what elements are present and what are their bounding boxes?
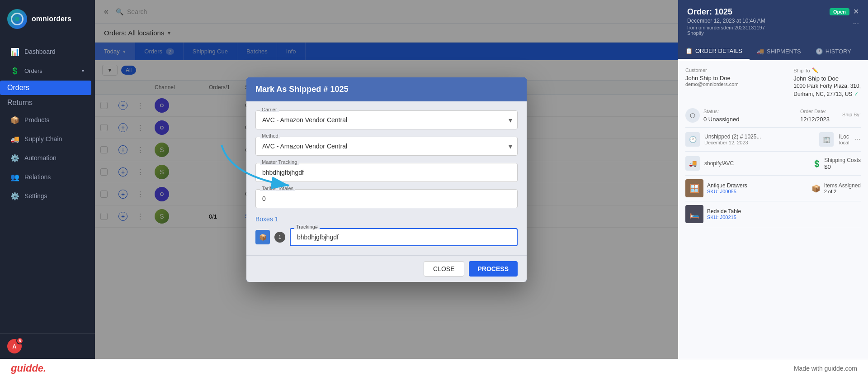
shipment-date: December 12, 2023 [704, 140, 761, 145]
sidebar-item-label: Automation [24, 154, 57, 162]
panel-order-id: Order: 1025 [687, 7, 765, 17]
shipto-name: John Ship to Doe [793, 75, 861, 82]
customer-section: Customer John Ship to Doe demo@omniorder… [685, 67, 739, 87]
product-thumbnail-2: 🛏️ [685, 205, 703, 223]
product-row-2: 🛏️ Bedside Table SKU: J00215 [685, 201, 861, 227]
sidebar-item-products[interactable]: 📦 Products [4, 111, 91, 129]
dashboard-icon: 📊 [11, 48, 19, 56]
order-details-icon: 📋 [685, 48, 693, 54]
panel-channel: Shopify [687, 30, 765, 36]
sidebar-item-relations[interactable]: 👥 Relations [4, 168, 91, 186]
panel-header: Order: 1025 December 12, 2023 at 10:46 A… [678, 0, 868, 43]
shipment-label: Unshipped (2) # 1025... [704, 134, 761, 140]
user-avatar-area[interactable]: A 8 [0, 333, 95, 359]
product-sku-1: SKU: J00055 [707, 189, 747, 194]
logo-icon [7, 9, 27, 29]
cost-row: 💲 Shipping Costs $0 [812, 157, 861, 170]
customer-name: John Ship to Doe [685, 75, 739, 81]
tab-shipments[interactable]: 🚚 SHIPMENTS [750, 43, 808, 60]
product-sku-2: SKU: J00215 [707, 215, 741, 220]
panel-close-button[interactable]: ✕ [853, 7, 859, 16]
logo-area: omniorders [0, 0, 95, 38]
shipments-icon: 🚚 [757, 48, 764, 55]
location-icon: 🏢 [819, 132, 834, 147]
sidebar-item-label: Supply Chain [24, 135, 62, 143]
verified-icon: ✓ [854, 91, 859, 97]
settings-icon: ⚙️ [11, 192, 19, 200]
truck-icon: 🚚 [685, 156, 700, 171]
carrier-left: 🚚 shopify/AVC [685, 156, 734, 171]
sidebar-item-dashboard[interactable]: 📊 Dashboard [4, 43, 91, 61]
status-icon: ⬡ [685, 108, 700, 123]
box-number: 1 [274, 232, 285, 243]
shipping-costs-value: $0 [824, 163, 861, 170]
shipping-costs-label: Shipping Costs [824, 157, 861, 163]
process-button[interactable]: PROCESS [469, 261, 518, 277]
history-icon: 🕐 [816, 48, 823, 55]
avatar: A 8 [7, 339, 22, 353]
notification-badge: 8 [16, 337, 24, 344]
master-tracking-label: Master Tracking [260, 159, 299, 165]
shipment-right: 🏢 iLoc local ··· [819, 132, 861, 147]
shipment-row: 🕐 Unshipped (2) # 1025... December 12, 2… [685, 128, 861, 152]
mark-as-shipped-modal: Mark As Shipped # 1025 Carrier AVC - Ama… [246, 77, 527, 282]
tab-history[interactable]: 🕐 HISTORY [808, 43, 859, 60]
product-name-1: Antique Drawers [707, 182, 747, 189]
carrier-select[interactable]: AVC - Amazon Vendor Central [255, 110, 518, 129]
sidebar-item-returns[interactable]: Returns [0, 95, 91, 110]
logo-inner [11, 13, 24, 25]
tracking-label: Tracking# [294, 224, 320, 229]
shipto-label: Ship To ✏️ [793, 67, 861, 73]
sidebar-nav: 📊 Dashboard 💲 Orders ▾ Orders Returns 📦 … [0, 38, 95, 333]
carrier-field: Carrier AVC - Amazon Vendor Central ▾ [255, 110, 518, 129]
dollar-icon: 💲 [812, 159, 821, 168]
product-thumbnail-1: 🪟 [685, 179, 703, 197]
supply-chain-icon: 🚚 [11, 135, 19, 143]
master-tracking-input[interactable] [255, 163, 518, 182]
location-sub: local [839, 140, 849, 145]
tracking-number-input[interactable] [290, 228, 518, 246]
modal-body: Carrier AVC - Amazon Vendor Central ▾ Me… [246, 101, 527, 255]
products-icon: 📦 [11, 116, 19, 124]
tarifas-label: Tarifas Totales [260, 186, 295, 191]
shipment-more[interactable]: ··· [855, 135, 861, 143]
customer-label: Customer [685, 67, 739, 73]
location-info: 🏢 [819, 132, 834, 147]
panel-source: from omniordersdem 20231131197 [687, 25, 765, 30]
panel-more-button[interactable]: ··· [853, 19, 859, 28]
sidebar-item-label: Products [24, 116, 49, 124]
modal-header: Mark As Shipped # 1025 [246, 77, 527, 101]
sidebar-item-automation[interactable]: ⚙️ Automation [4, 149, 91, 167]
tarifas-input[interactable] [255, 189, 518, 208]
sidebar-item-supply-chain[interactable]: 🚚 Supply Chain [4, 130, 91, 148]
automation-icon: ⚙️ [11, 154, 19, 162]
status-row: ⬡ Status: 0 Unassigned Order Date: 12/12… [685, 104, 861, 128]
method-field: Method AVC - Amazon Vendor Central ▾ [255, 137, 518, 156]
relations-icon: 👥 [11, 173, 19, 181]
master-tracking-field: Master Tracking [255, 163, 518, 182]
order-date-info: Order Date: 12/12/2023 [800, 109, 830, 123]
shipping-cost-info: 💲 Shipping Costs $0 [812, 157, 861, 170]
panel-top-actions: Open ✕ [830, 7, 859, 16]
status-value: 0 Unassigned [703, 116, 740, 123]
product-assigned-1: 📦 Items Assigned 2 of 2 [811, 182, 861, 194]
sidebar-item-settings[interactable]: ⚙️ Settings [4, 187, 91, 205]
shipto-section: Ship To ✏️ John Ship to Doe 1000 Park Fo… [793, 67, 861, 98]
method-select[interactable]: AVC - Amazon Vendor Central [255, 137, 518, 156]
cost-info: Shipping Costs $0 [824, 157, 861, 170]
edit-icon[interactable]: ✏️ [812, 67, 818, 73]
modal-footer: CLOSE PROCESS [246, 255, 527, 282]
tab-order-details[interactable]: 📋 ORDER DETAILS [678, 43, 750, 60]
shipments-label: SHIPMENTS [767, 48, 801, 55]
status-info: Status: 0 Unassigned [703, 109, 740, 123]
sidebar: omniorders 📊 Dashboard 💲 Orders ▾ Orders… [0, 0, 95, 359]
shipment-info: Unshipped (2) # 1025... December 12, 202… [704, 134, 761, 145]
location-label: iLoc [839, 134, 849, 140]
tracking-wrapper: Tracking# [290, 228, 518, 246]
history-label: HISTORY [826, 48, 851, 55]
ship-by-info: Ship By: [842, 112, 861, 119]
close-button[interactable]: CLOSE [424, 261, 464, 277]
product-name-2: Bedside Table [707, 208, 741, 215]
sidebar-item-orders[interactable]: 💲 Orders ▾ [4, 62, 91, 80]
sidebar-item-orders-sub[interactable]: Orders [0, 81, 91, 95]
